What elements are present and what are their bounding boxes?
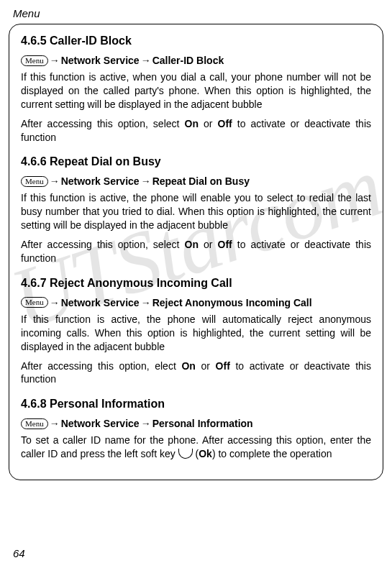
page-number: 64 [13, 547, 25, 559]
menu-icon: Menu [21, 418, 48, 429]
section-title: 4.6.6 Repeat Dial on Busy [21, 155, 371, 168]
softkey-icon [178, 449, 193, 459]
arrow-icon: → [49, 175, 60, 187]
arrow-icon: → [140, 297, 152, 308]
nav-segment: Network Service [61, 297, 140, 308]
paragraph: If this function is active, when you dia… [21, 70, 371, 111]
section-title: 4.6.8 Personal Information [21, 398, 371, 411]
section-caller-id-block: 4.6.5 Caller-ID Block Menu→Network Servi… [21, 35, 371, 144]
arrow-icon: → [140, 418, 152, 429]
nav-segment: Network Service [61, 175, 140, 187]
nav-segment: Reject Anonymous Incoming Call [152, 297, 312, 308]
section-personal-info: 4.6.8 Personal Information Menu→Network … [21, 398, 371, 461]
nav-path: Menu→Network Service→ Reject Anonymous I… [21, 297, 371, 308]
section-title: 4.6.5 Caller-ID Block [21, 35, 371, 47]
page-header: Menu [0, 0, 392, 24]
nav-segment: Personal Information [152, 418, 253, 429]
nav-path: Menu→Network Service→Repeat Dial on Busy [21, 175, 371, 187]
paragraph: After accessing this option, select On o… [21, 238, 371, 265]
paragraph: After accessing this option, elect On or… [21, 359, 371, 387]
arrow-icon: → [49, 55, 60, 66]
nav-segment: Repeat Dial on Busy [152, 175, 250, 187]
arrow-icon: → [140, 55, 152, 66]
nav-path: Menu→Network Service→Personal Informatio… [21, 418, 371, 429]
menu-icon: Menu [21, 176, 48, 187]
content-box: UTStarcom 4.6.5 Caller-ID Block Menu→Net… [9, 24, 383, 480]
section-title: 4.6.7 Reject Anonymous Incoming Call [21, 277, 371, 290]
nav-segment: Caller-ID Block [152, 55, 224, 66]
menu-icon: Menu [21, 297, 48, 308]
section-reject-anonymous: 4.6.7 Reject Anonymous Incoming Call Men… [21, 277, 371, 386]
arrow-icon: → [140, 175, 152, 187]
nav-segment: Network Service [61, 55, 140, 66]
paragraph: After accessing this option, select On o… [21, 117, 371, 145]
section-repeat-dial: 4.6.6 Repeat Dial on Busy Menu→Network S… [21, 155, 371, 265]
nav-path: Menu→Network Service→Caller-ID Block [21, 55, 371, 66]
arrow-icon: → [49, 297, 60, 308]
arrow-icon: → [49, 418, 60, 429]
menu-icon: Menu [21, 55, 48, 66]
paragraph: If this function is active, the phone wi… [21, 191, 371, 232]
paragraph: If this function is active, the phone wi… [21, 313, 371, 354]
nav-segment: Network Service [61, 418, 140, 429]
paragraph: To set a caller ID name for the phone. A… [21, 434, 371, 461]
